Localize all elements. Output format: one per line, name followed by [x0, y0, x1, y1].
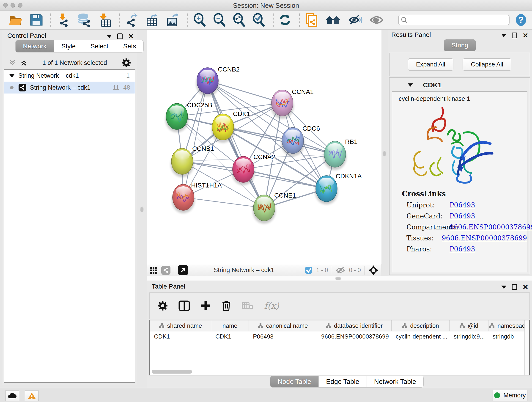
import-network-from-database-button[interactable]: [77, 13, 91, 27]
network-node-CDK1[interactable]: CDK1: [211, 110, 250, 143]
apply-style-button[interactable]: [279, 13, 291, 26]
export-image-button[interactable]: [166, 13, 180, 27]
column-header-shared-name[interactable]: shared name: [150, 320, 211, 331]
tab-sets[interactable]: Sets: [116, 40, 143, 52]
collection-expander-icon[interactable]: [9, 74, 15, 77]
tab-network-table[interactable]: Network Table: [367, 376, 423, 387]
bottom-splitter-handle[interactable]: [336, 277, 341, 280]
hidden-eye-icon[interactable]: [336, 266, 345, 274]
selected-checkbox-icon[interactable]: [305, 266, 312, 274]
network-view-mode-button[interactable]: [161, 266, 171, 275]
table-cell[interactable]: 9606.ENSP00000378699: [317, 332, 392, 341]
home-button[interactable]: [325, 14, 341, 26]
grid-view-button[interactable]: [149, 266, 158, 274]
crosslink-link[interactable]: P06493: [450, 245, 475, 253]
table-row[interactable]: CDK1CDK1P064939606.ENSP00000378699cyclin…: [150, 332, 529, 341]
network-edge[interactable]: [183, 81, 208, 197]
expand-all-icon[interactable]: [20, 59, 28, 67]
network-node-RB1[interactable]: RB1: [323, 138, 357, 170]
import-network-button[interactable]: [56, 13, 70, 27]
column-header-namespace[interactable]: namespace: [488, 320, 529, 331]
network-node-CCNE1[interactable]: CCNE1: [253, 192, 296, 224]
tab-edge-table[interactable]: Edge Table: [319, 376, 367, 387]
gene-section-header[interactable]: CDK1: [389, 78, 530, 91]
crosslink-link[interactable]: 9606.ENSP00000378699: [450, 223, 532, 231]
table-cell[interactable]: P06493: [249, 332, 317, 341]
column-header-description[interactable]: description: [392, 320, 450, 331]
collapse-all-button[interactable]: Collapse All: [462, 58, 511, 71]
table-cell[interactable]: CDK1: [211, 332, 249, 341]
crosslink-link[interactable]: P06493: [450, 212, 475, 220]
panel-menu-icon[interactable]: [501, 34, 506, 37]
network-node-CDC6[interactable]: CDC6: [281, 125, 320, 156]
section-expander-icon[interactable]: [408, 83, 413, 87]
delete-column-icon[interactable]: [222, 300, 231, 311]
network-node-CCNB2[interactable]: CCNB2: [196, 66, 240, 96]
table-cell[interactable]: CDK1: [150, 332, 211, 341]
zoom-out-button[interactable]: [213, 13, 226, 27]
network-node-CCNB1[interactable]: CCNB1: [171, 145, 214, 177]
network-row[interactable]: String Network – cdk1 11 48: [4, 82, 135, 94]
panel-menu-icon[interactable]: [501, 286, 506, 289]
show-columns-icon[interactable]: [178, 300, 190, 311]
gear-icon[interactable]: [121, 58, 131, 68]
tab-style[interactable]: Style: [54, 40, 83, 52]
vertical-scrollbar-track[interactable]: [525, 320, 529, 375]
network-graph[interactable]: CCNB2CCNA1CDC25BCDK1CDC6RB1CCNB1CCNA2CDK…: [147, 30, 381, 264]
column-header-database-identifier[interactable]: database identifier: [317, 320, 392, 331]
panel-menu-icon[interactable]: [107, 35, 112, 38]
network-canvas[interactable]: CCNB2CCNA1CDC25BCDK1CDC6RB1CCNB1CCNA2CDK…: [147, 30, 381, 264]
collapse-all-icon[interactable]: [8, 59, 17, 67]
table-cell[interactable]: stringdb:9...: [450, 332, 488, 341]
hide-unhide-button[interactable]: [348, 14, 363, 26]
import-table-button[interactable]: [98, 13, 112, 27]
panel-close-icon[interactable]: ✕: [128, 34, 134, 39]
network-node-CDC25B[interactable]: CDC25B: [165, 102, 212, 132]
network-collection-row[interactable]: String Network – cdk1 1: [4, 70, 135, 82]
tab-network[interactable]: Network: [16, 40, 54, 52]
column-header-canonical-name[interactable]: canonical name: [249, 320, 317, 331]
panel-close-icon[interactable]: ✕: [523, 33, 528, 38]
export-table-button[interactable]: [146, 13, 159, 27]
table-cell[interactable]: cyclin-dependent ...: [392, 332, 450, 341]
expand-all-button[interactable]: Expand All: [408, 58, 454, 71]
cloud-status-button[interactable]: [5, 390, 19, 401]
network-node-HIST1H1A[interactable]: HIST1H1A: [172, 182, 222, 213]
crosslink-link[interactable]: P06493: [450, 201, 475, 209]
tab-node-table[interactable]: Node Table: [270, 376, 319, 387]
crosslink-link[interactable]: 9606.ENSP00000378699: [442, 234, 527, 242]
birds-eye-crosshair-icon[interactable]: [368, 265, 379, 275]
left-splitter-handle[interactable]: [140, 206, 143, 212]
show-graphics-details-button[interactable]: [370, 14, 384, 26]
memory-button[interactable]: Memory: [493, 390, 527, 401]
panel-float-icon[interactable]: [512, 284, 517, 290]
right-splitter-handle[interactable]: [383, 150, 386, 156]
node-label: CCNA1: [292, 88, 314, 95]
panel-close-icon[interactable]: ✕: [523, 285, 528, 289]
table-cell[interactable]: stringdb: [488, 332, 529, 341]
zoom-fit-button[interactable]: [233, 13, 245, 27]
panel-float-icon[interactable]: [512, 32, 517, 38]
save-session-button[interactable]: [30, 14, 43, 26]
search-input[interactable]: [398, 15, 510, 25]
detach-view-button[interactable]: [178, 265, 188, 275]
warning-status-button[interactable]: [25, 390, 39, 401]
export-network-button[interactable]: [125, 13, 139, 27]
tab-select[interactable]: Select: [83, 40, 116, 52]
help-button[interactable]: ?: [515, 13, 526, 26]
duplicate-network-button[interactable]: [305, 13, 318, 27]
column-header-name[interactable]: name: [211, 320, 249, 331]
open-session-button[interactable]: [9, 14, 23, 26]
add-column-icon[interactable]: [201, 300, 211, 311]
tab-string[interactable]: String: [444, 39, 475, 51]
horizontal-scrollbar-thumb[interactable]: [152, 370, 192, 374]
column-header--id[interactable]: @id: [450, 320, 488, 331]
zoom-selected-button[interactable]: [252, 13, 265, 27]
table-options-gear-icon[interactable]: [157, 300, 168, 311]
zoom-in-button[interactable]: [193, 13, 206, 27]
network-node-CDKN1A[interactable]: CDKN1A: [315, 172, 362, 204]
network-edge[interactable]: [183, 197, 264, 208]
network-node-CCNA1[interactable]: CCNA1: [271, 88, 314, 119]
network-edge[interactable]: [243, 169, 326, 189]
panel-float-icon[interactable]: [117, 33, 123, 39]
